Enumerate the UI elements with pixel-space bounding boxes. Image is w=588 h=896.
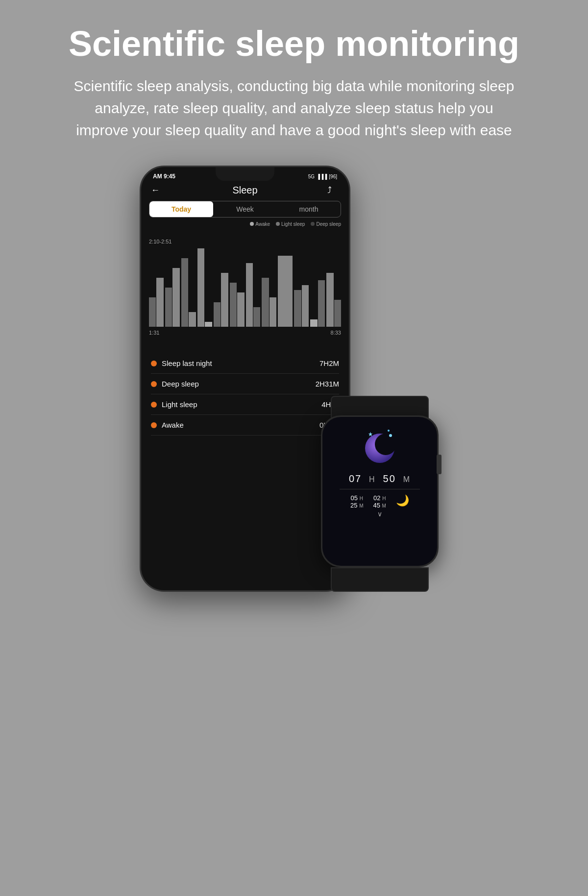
sleep-chart: 2:10-2:51 [149, 239, 341, 346]
watch-chevron: ∨ [377, 510, 382, 518]
stat-dot-deep [151, 381, 157, 387]
tabs-bar: Today Week month [149, 201, 341, 218]
watch-m-label: M [403, 475, 411, 484]
bar-group-8 [262, 278, 276, 327]
bar [334, 300, 341, 327]
bar [221, 273, 228, 327]
app-header: ← Sleep ⤴ [141, 182, 349, 201]
watch-sub-times: 05 H 25 M 02 H 4 [350, 494, 409, 509]
bar [165, 288, 172, 327]
legend-dot-deep [311, 222, 315, 226]
bar [189, 312, 196, 327]
svg-point-3 [389, 434, 392, 437]
bar-group-2 [165, 268, 180, 327]
stat-label-awake: Awake [151, 421, 184, 429]
watch-minutes: 50 [383, 473, 396, 484]
back-button[interactable]: ← [151, 185, 163, 195]
watch-sub-block-1: 05 H 25 M [350, 494, 363, 509]
chart-bars [149, 239, 341, 327]
bar [214, 302, 220, 327]
bar-group-5 [214, 273, 228, 327]
bar-group-6 [230, 283, 245, 327]
bar [262, 278, 269, 327]
tab-month[interactable]: month [277, 201, 341, 217]
svg-point-1 [375, 434, 396, 455]
bar-group-7 [246, 263, 261, 327]
watch-divider [340, 489, 420, 489]
stat-text-light: Light sleep [162, 400, 197, 409]
tab-today[interactable]: Today [149, 201, 213, 217]
stat-text-deep: Deep sleep [162, 380, 199, 388]
bar [294, 290, 301, 327]
bar [310, 319, 317, 327]
stat-text-sleep: Sleep last night [162, 359, 212, 367]
bar [253, 307, 260, 327]
stat-dot-light [151, 402, 157, 408]
moon-svg [360, 427, 399, 466]
watch-main-time: 07 H 50 M [348, 468, 412, 486]
watch-sub-block-2: 02 H 45 M [373, 494, 386, 509]
bar [149, 297, 156, 327]
legend-awake: Awake [250, 221, 270, 227]
devices-container: AM 9:45 5G ▐▐▐ [96] ← Sleep ⤴ Today Week… [29, 166, 559, 592]
tab-week[interactable]: Week [213, 201, 277, 217]
bar-group-12 [326, 273, 341, 327]
stat-text-awake: Awake [162, 421, 184, 429]
svg-marker-2 [368, 432, 372, 436]
bar-group-3 [181, 258, 196, 327]
watch-sub2-h: 02 H [373, 494, 386, 502]
stat-label-sleep: Sleep last night [151, 359, 212, 367]
watch-screen: 07 H 50 M 05 H 25 M [322, 417, 437, 566]
chart-end-time: 8:33 [331, 330, 341, 336]
chart-time-labels: 1:31 8:33 [149, 330, 341, 336]
watch-moon-icon [360, 427, 399, 466]
legend-dot-light [276, 222, 280, 226]
stat-dot-sleep [151, 361, 157, 366]
bar [230, 283, 237, 327]
stat-value-deep: 2H31M [316, 380, 339, 388]
legend-light-sleep: Light sleep [276, 221, 305, 227]
watch-sub2-m: 45 M [373, 502, 386, 509]
watch-h-label: H [369, 475, 376, 484]
bar [246, 263, 253, 327]
app-title: Sleep [163, 185, 327, 196]
watch-moon-emoji: 🌙 [396, 494, 409, 509]
bar [318, 280, 325, 327]
page-title: Scientific sleep monitoring [69, 24, 519, 63]
battery-icon: [96] [329, 174, 337, 179]
stat-row-sleep: Sleep last night 7H2M [151, 353, 339, 374]
phone-notch [216, 167, 274, 181]
bar [181, 258, 188, 327]
status-icons: 5G ▐▐▐ [96] [308, 174, 337, 179]
watch-sub1-m: 25 M [350, 502, 363, 509]
bar [270, 297, 276, 327]
status-time: AM 9:45 [153, 173, 175, 180]
page-subtitle: Scientific sleep analysis, conducting bi… [74, 75, 514, 141]
bar-group-4 [197, 248, 212, 327]
bar-group-10 [294, 285, 309, 327]
smartwatch-mockup: 07 H 50 M 05 H 25 M [311, 396, 448, 592]
watch-side-button [437, 455, 441, 474]
legend-dot-awake [250, 222, 254, 226]
signal-icon: ▐▐▐ [317, 174, 327, 179]
legend-deep-sleep: Deep sleep [311, 221, 341, 227]
watch-sub1-h: 05 H [351, 494, 363, 502]
bar [278, 256, 293, 327]
stat-row-deep: Deep sleep 2H31M [151, 374, 339, 394]
bar [197, 248, 204, 327]
bar [326, 273, 333, 327]
chart-legend: Awake Light sleep Deep sleep [141, 218, 349, 229]
svg-point-4 [388, 430, 390, 432]
stat-dot-awake [151, 422, 157, 428]
bar [156, 278, 163, 327]
bar-group-11 [310, 280, 325, 327]
bar-group-1 [149, 278, 164, 327]
chart-start-time: 1:31 [149, 330, 159, 336]
stat-value-sleep: 7H2M [319, 359, 339, 367]
share-button[interactable]: ⤴ [327, 185, 339, 195]
watch-body: 07 H 50 M 05 H 25 M [321, 415, 439, 567]
bar [172, 268, 179, 327]
bar-group-9 [278, 256, 293, 327]
bar [205, 322, 212, 327]
watch-hours: 07 [349, 473, 362, 484]
